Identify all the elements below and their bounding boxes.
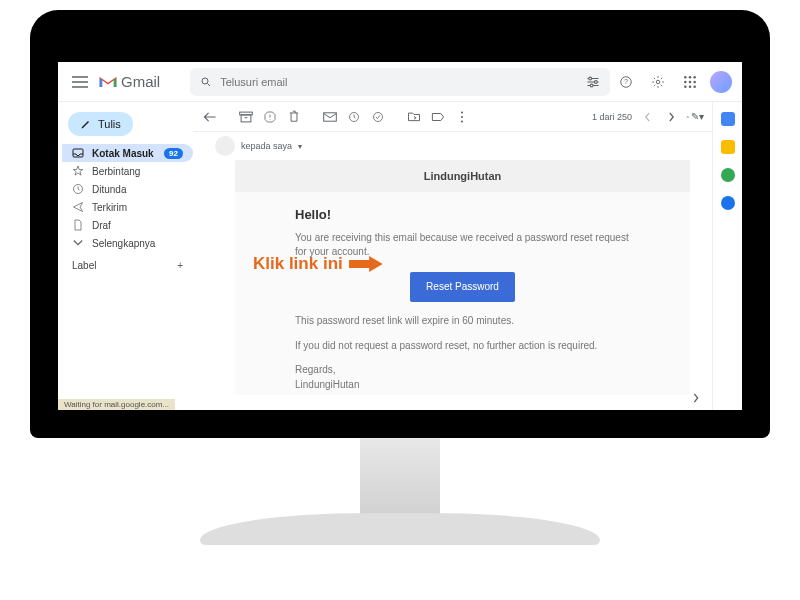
compose-button[interactable]: Tulis xyxy=(68,112,133,136)
contacts-app-icon[interactable] xyxy=(721,196,735,210)
svg-point-23 xyxy=(461,111,463,113)
svg-point-24 xyxy=(461,115,463,117)
svg-point-7 xyxy=(684,76,686,78)
svg-point-1 xyxy=(589,77,592,80)
sidebar-item-snoozed[interactable]: Ditunda xyxy=(62,180,193,198)
snooze-icon[interactable] xyxy=(345,108,363,126)
svg-rect-19 xyxy=(241,114,251,121)
search-bar[interactable] xyxy=(190,68,610,96)
svg-point-2 xyxy=(595,80,598,83)
prev-page-icon[interactable] xyxy=(638,108,656,126)
email-expiry: This password reset link will expire in … xyxy=(295,314,630,329)
email-intro: You are receiving this email because we … xyxy=(295,231,630,260)
compose-label: Tulis xyxy=(98,118,121,130)
archive-icon[interactable] xyxy=(237,108,255,126)
email-not-requested: If you did not request a password reset,… xyxy=(295,339,630,354)
svg-point-14 xyxy=(689,85,691,87)
back-arrow-icon[interactable] xyxy=(201,108,219,126)
sidebar-item-label: Draf xyxy=(92,220,111,231)
email-body-card: LindungiHutan Hello! You are receiving t… xyxy=(235,160,690,395)
sender-avatar xyxy=(215,136,235,156)
svg-point-9 xyxy=(693,76,695,78)
sidebar-item-label: Kotak Masuk xyxy=(92,148,154,159)
svg-point-8 xyxy=(689,76,691,78)
right-side-panel xyxy=(712,102,742,410)
search-icon xyxy=(200,76,212,88)
reset-password-button[interactable]: Reset Password xyxy=(410,272,515,303)
sidebar-item-label: Terkirim xyxy=(92,202,127,213)
sidebar-item-sent[interactable]: Terkirim xyxy=(62,198,193,216)
gmail-m-icon xyxy=(98,74,118,90)
sidebar-item-starred[interactable]: Berbintang xyxy=(62,162,193,180)
svg-point-10 xyxy=(684,80,686,82)
svg-point-6 xyxy=(656,80,660,84)
move-to-icon[interactable] xyxy=(405,108,423,126)
add-label-icon[interactable]: + xyxy=(177,260,183,271)
expand-panel-icon[interactable] xyxy=(688,390,704,406)
help-icon[interactable]: ? xyxy=(614,70,638,94)
labels-header: Label xyxy=(72,260,96,271)
mark-unread-icon[interactable] xyxy=(321,108,339,126)
pencil-icon xyxy=(80,118,92,130)
email-greeting: Hello! xyxy=(295,206,630,225)
svg-point-15 xyxy=(693,85,695,87)
tune-icon[interactable] xyxy=(586,76,600,88)
recipients-dropdown-icon[interactable]: ▾ xyxy=(298,142,302,151)
svg-point-0 xyxy=(202,78,208,84)
recipients-line: kepada saya xyxy=(241,141,292,151)
inbox-icon xyxy=(72,147,84,159)
send-icon xyxy=(72,201,84,213)
report-spam-icon[interactable] xyxy=(261,108,279,126)
hamburger-menu-icon[interactable] xyxy=(68,70,92,94)
browser-status-bar: Waiting for mail.google.com... xyxy=(58,399,175,410)
sidebar-item-drafts[interactable]: Draf xyxy=(62,216,193,234)
tasks-app-icon[interactable] xyxy=(721,168,735,182)
clock-icon xyxy=(72,183,84,195)
sidebar-item-inbox[interactable]: Kotak Masuk 92 xyxy=(62,144,193,162)
sidebar-item-more[interactable]: Selengkapnya xyxy=(62,234,193,252)
email-signature: LindungiHutan xyxy=(295,378,630,393)
sidebar-item-label: Berbintang xyxy=(92,166,140,177)
next-page-icon[interactable] xyxy=(662,108,680,126)
settings-gear-icon[interactable] xyxy=(646,70,670,94)
svg-text:?: ? xyxy=(624,78,628,85)
star-icon xyxy=(72,165,84,177)
chevron-down-icon xyxy=(72,237,84,249)
pager-text: 1 dari 250 xyxy=(592,112,632,122)
gmail-label: Gmail xyxy=(121,73,160,90)
search-input[interactable] xyxy=(220,76,578,88)
email-brand-header: LindungiHutan xyxy=(235,160,690,192)
email-regards: Regards, xyxy=(295,363,630,378)
labels-icon[interactable] xyxy=(429,108,447,126)
inbox-count-badge: 92 xyxy=(164,148,183,159)
svg-point-11 xyxy=(689,80,691,82)
keep-app-icon[interactable] xyxy=(721,140,735,154)
svg-point-25 xyxy=(461,120,463,122)
sidebar: Tulis Kotak Masuk 92 Berbintang xyxy=(58,102,193,410)
svg-point-3 xyxy=(590,84,593,87)
svg-point-22 xyxy=(374,112,383,121)
svg-point-12 xyxy=(693,80,695,82)
gmail-logo: Gmail xyxy=(98,73,160,90)
email-toolbar: 1 dari 250 ✎▾ xyxy=(193,102,712,132)
sidebar-item-label: Ditunda xyxy=(92,184,126,195)
file-icon xyxy=(72,219,84,231)
sidebar-item-label: Selengkapnya xyxy=(92,238,155,249)
more-vert-icon[interactable] xyxy=(453,108,471,126)
apps-grid-icon[interactable] xyxy=(678,70,702,94)
delete-icon[interactable] xyxy=(285,108,303,126)
calendar-app-icon[interactable] xyxy=(721,112,735,126)
add-task-icon[interactable] xyxy=(369,108,387,126)
svg-point-13 xyxy=(684,85,686,87)
svg-rect-20 xyxy=(324,112,337,120)
input-tools-icon[interactable]: ✎▾ xyxy=(686,108,704,126)
account-avatar[interactable] xyxy=(710,71,732,93)
